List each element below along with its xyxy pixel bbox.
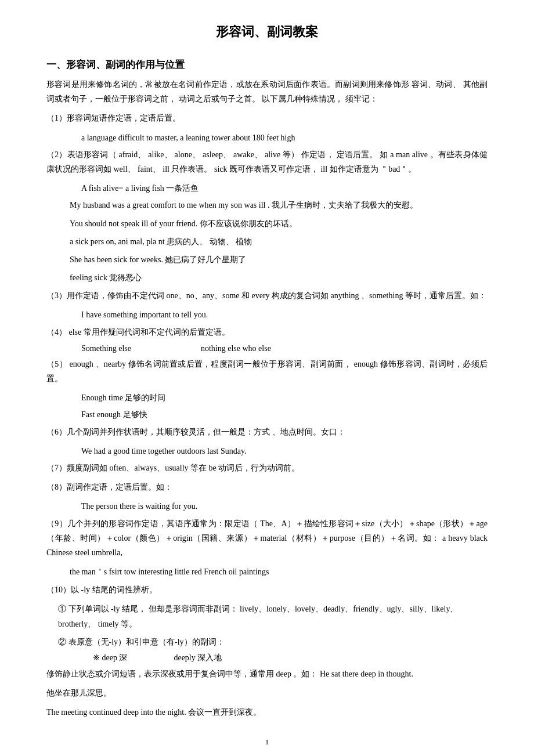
item1: （1）形容词短语作定语，定语后置。 a language difficult t…	[46, 111, 488, 144]
item4: （4） else 常用作疑问代词和不定代词的后置定语。 Something el…	[46, 325, 488, 353]
item2-example3: You should not speak ill of your friend.…	[70, 216, 488, 231]
item9-example1: the man＇s fsirt tow interesting little r…	[70, 565, 488, 579]
item10-deep-desc2: 他坐在那儿深思。	[46, 686, 488, 700]
item10-meeting: The meeting continued deep into the nigh…	[46, 705, 488, 719]
item2-example2: My husband was a great comfort to me whe…	[70, 198, 488, 212]
page-number: 1	[46, 737, 488, 747]
item4-label: （4） else 常用作疑问代词和不定代词的后置定语。	[46, 325, 488, 339]
item10-label: （10）以 -ly 结尾的词性辨析。	[46, 583, 488, 597]
item4-col2: nothing else who else	[201, 344, 271, 353]
item2-example5: She has been sick for weeks. 她已病了好几个星期了	[70, 252, 488, 267]
item1-example1: a language difficult to master, a leanin…	[81, 131, 488, 145]
item10-deep1: ※ deep 深	[93, 653, 127, 663]
item10-sub1: ① 下列单词以 -ly 结尾， 但却是形容词而非副词： lively、lonel…	[58, 602, 488, 631]
item7: （7）频度副词如 often、always、usually 等在 be 动词后，…	[46, 461, 488, 475]
item10-deep-desc: 修饰静止状态或介词短语，表示深夜或用于复合词中等，通常用 deep 。如： He…	[46, 667, 488, 681]
item5: （5） enough 、nearby 修饰名词前置或后置，程度副词一般位于形容词…	[46, 357, 488, 422]
item3: （3）用作定语，修饰由不定代词 one、no、any、some 和 every …	[46, 288, 488, 322]
item8-label: （8）副词作定语，定语后置。如：	[46, 480, 488, 494]
item6-label: （6）几个副词并列作状语时，其顺序较灵活，但一般是：方式 、地点时间。女口：	[46, 425, 488, 439]
item8-example1: The person there is waiting for you.	[81, 499, 488, 513]
page-title: 形容词、副词教案	[46, 23, 488, 41]
item10-sub2: ② 表原意（无-ly）和引申意（有-ly）的副词：	[58, 635, 488, 649]
item6-example1: We had a good time together outdoors las…	[81, 444, 488, 458]
item2-example6: feeling sick 觉得恶心	[70, 270, 488, 285]
item6: （6）几个副词并列作状语时，其顺序较灵活，但一般是：方式 、地点时间。女口： W…	[46, 425, 488, 458]
item5-example1: Enough time 足够的时间	[81, 390, 488, 405]
item9: （9）几个并列的形容词作定语，其语序通常为：限定语（ The、A）＋描绘性形容词…	[46, 516, 488, 580]
item2-label: （2）表语形容词（ afraid、 alike、 alone、 asleep、 …	[46, 147, 488, 176]
item5-label: （5） enough 、nearby 修饰名词前置或后置，程度副词一般位于形容词…	[46, 357, 488, 386]
item9-label: （9）几个并列的形容词作定语，其语序通常为：限定语（ The、A）＋描绘性形容词…	[46, 516, 488, 560]
item3-example1: I have something important to tell you.	[81, 308, 488, 322]
item8: （8）副词作定语，定语后置。如： The person there is wai…	[46, 480, 488, 513]
section1: 一、形容词、副词的作用与位置 形容词是用来修饰名词的，常被放在名词前作定语，或放…	[46, 58, 488, 720]
item2-example1: A fish alive= a living fish 一条活鱼	[81, 181, 488, 196]
item3-label: （3）用作定语，修饰由不定代词 one、no、any、some 和 every …	[46, 288, 488, 303]
item10: （10）以 -ly 结尾的词性辨析。 ① 下列单词以 -ly 结尾， 但却是形容…	[46, 583, 488, 719]
item4-col1: Something else	[81, 344, 131, 353]
intro-paragraph: 形容词是用来修饰名词的，常被放在名词前作定语，或放在系动词后面作表语。而副词则用…	[46, 77, 488, 106]
item1-label: （1）形容词短语作定语，定语后置。	[46, 111, 488, 125]
item4-cols: Something else nothing else who else	[81, 344, 488, 353]
item10-deep-row: ※ deep 深 deeply 深入地	[93, 653, 488, 663]
item10-deep2: deeply 深入地	[174, 653, 222, 663]
item2: （2）表语形容词（ afraid、 alike、 alone、 asleep、 …	[46, 147, 488, 285]
section1-heading: 一、形容词、副词的作用与位置	[46, 58, 488, 71]
item7-label: （7）频度副词如 often、always、usually 等在 be 动词后，…	[46, 461, 488, 475]
item2-example4: a sick pers on, ani mal, pla nt 患病的人、 动物…	[70, 234, 488, 249]
item5-example2: Fast enough 足够快	[81, 407, 488, 422]
